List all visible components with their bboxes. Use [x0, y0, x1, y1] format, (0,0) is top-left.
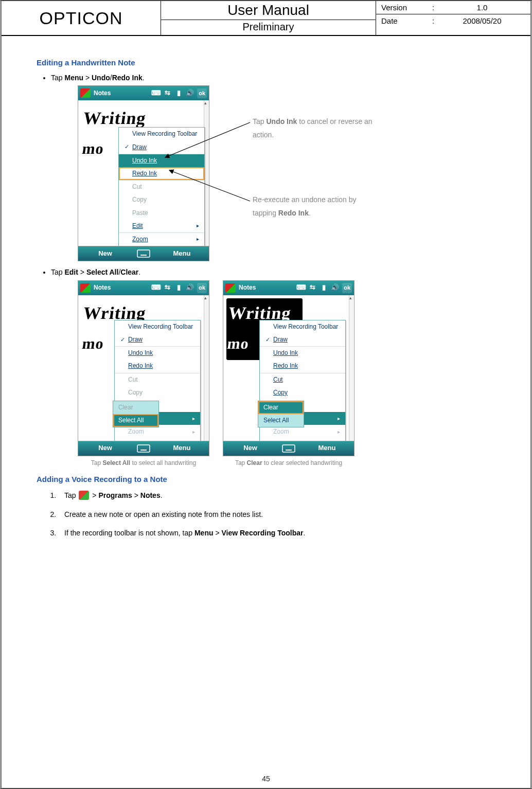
menu-item-redo-ink[interactable]: Redo Ink — [260, 360, 345, 372]
annotation-redo-ink: Re-execute an undone action by tapping R… — [253, 193, 381, 219]
windows-flag-icon — [79, 491, 89, 500]
menu-item-view-recording-toolbar[interactable]: View Recording Toolbar — [119, 128, 204, 140]
ok-button[interactable]: ok — [197, 88, 207, 99]
volume-icon[interactable]: 🔊 — [331, 284, 339, 292]
keyboard-icon[interactable] — [132, 249, 155, 258]
edit-submenu: Clear Select All — [258, 401, 304, 427]
brand: OPTICON — [2, 1, 161, 35]
meta-row-date: Date : 2008/05/20 — [376, 14, 530, 27]
menu-item-copy[interactable]: Copy — [260, 386, 345, 399]
signal-icon: ▮ — [320, 284, 328, 292]
meta-colon: : — [428, 3, 439, 12]
txt: Tap — [253, 117, 266, 125]
connectivity-icon[interactable]: ⇆ — [163, 284, 171, 292]
keyboard-icon[interactable] — [132, 444, 155, 453]
txt: > — [83, 74, 92, 82]
softkey-menu[interactable]: Menu — [155, 248, 209, 259]
txt-b: View Recording Toolbar — [221, 529, 303, 537]
menu-item-view-recording-toolbar[interactable]: View Recording Toolbar — [260, 320, 345, 333]
step-1: Tap > Programs > Notes. — [58, 489, 495, 503]
txt: > — [78, 268, 86, 276]
start-flag-icon[interactable] — [80, 283, 91, 293]
screenshot-clear-col: Notes ⌨ ⇆ ▮ 🔊 ok Writing mo — [223, 280, 354, 468]
meta-row-version: Version : 1.0 — [376, 1, 530, 14]
page-root: OPTICON User Manual Preliminary Version … — [0, 0, 532, 789]
meta-version-value: 1.0 — [439, 3, 525, 12]
sip-icon[interactable]: ⌨ — [297, 284, 305, 292]
doc-title: User Manual — [161, 1, 376, 20]
txt: . — [161, 491, 163, 499]
section-editing-title: Editing a Handwritten Note — [37, 57, 495, 69]
pm-bottombar: New Menu — [78, 246, 209, 261]
menu-item-undo-ink[interactable]: Undo Ink — [119, 154, 204, 167]
doc-meta: Version : 1.0 Date : 2008/05/20 — [376, 1, 530, 35]
volume-icon[interactable]: 🔊 — [186, 284, 194, 292]
menu-item-undo-ink[interactable]: Undo Ink — [115, 346, 200, 360]
note-canvas[interactable]: Writing mo View Recording Toolbar ✓Draw … — [223, 295, 354, 441]
menu-item-edit[interactable]: Edit▸ — [119, 220, 204, 232]
menu-item-redo-ink[interactable]: Redo Ink — [115, 360, 200, 372]
menu-item-zoom[interactable]: Zoom▸ — [119, 232, 204, 246]
txt: to clear selected handwriting — [262, 459, 342, 467]
section-voice-title: Adding a Voice Recording to a Note — [37, 473, 495, 486]
ok-button[interactable]: ok — [342, 283, 352, 293]
menu-item-tools[interactable]: Tools▸ — [119, 246, 204, 246]
txt: Tap — [51, 74, 64, 82]
submenu-item-select-all[interactable]: Select All — [113, 414, 158, 427]
sip-icon[interactable]: ⌨ — [152, 284, 160, 292]
menu-item-redo-ink[interactable]: Redo Ink — [119, 167, 204, 180]
softkey-menu[interactable]: Menu — [300, 443, 354, 454]
sip-icon[interactable]: ⌨ — [152, 89, 160, 97]
scrollbar[interactable] — [349, 295, 353, 441]
ok-button[interactable]: ok — [197, 283, 207, 293]
txt: If the recording toolbar is not shown, t… — [64, 529, 194, 537]
txt: Tap — [64, 491, 78, 499]
txt: > — [90, 491, 98, 499]
txt: > — [214, 529, 222, 537]
txt-b: Undo Ink — [266, 117, 297, 125]
doc-header: OPTICON User Manual Preliminary Version … — [2, 1, 530, 36]
note-canvas[interactable]: Writing mo View Recording Toolbar ✓Draw … — [78, 295, 209, 441]
menu-item-tools[interactable]: Tools▸ — [115, 438, 200, 441]
submenu-item-clear[interactable]: Clear — [258, 401, 304, 414]
figure-undo-redo: Notes ⌨ ⇆ ▮ 🔊 ok Writing mo View Recor — [37, 85, 495, 266]
txt-b: Undo — [92, 74, 110, 82]
menu-item-copy: Copy — [119, 193, 204, 206]
meta-colon: : — [428, 16, 439, 25]
menu-item-undo-ink[interactable]: Undo Ink — [260, 346, 345, 360]
connectivity-icon[interactable]: ⇆ — [163, 89, 171, 97]
caption-clear: Tap Clear to clear selected handwriting — [235, 458, 342, 468]
screenshot-clear: Notes ⌨ ⇆ ▮ 🔊 ok Writing mo — [223, 280, 354, 456]
start-flag-icon[interactable] — [225, 283, 236, 293]
menu-item-tools[interactable]: Tools▸ — [260, 438, 345, 441]
pm-titlebar: Notes ⌨ ⇆ ▮ 🔊 ok — [78, 281, 209, 295]
context-menu: View Recording Toolbar ✓Draw Undo Ink Re… — [114, 320, 201, 441]
menu-item-cut[interactable]: Cut — [260, 373, 345, 386]
signal-icon: ▮ — [174, 284, 183, 292]
keyboard-icon[interactable] — [277, 444, 300, 453]
start-flag-icon[interactable] — [80, 88, 91, 98]
softkey-menu[interactable]: Menu — [155, 443, 209, 454]
menu-item-draw[interactable]: ✓Draw — [260, 333, 345, 346]
svg-rect-10 — [137, 445, 150, 452]
connectivity-icon[interactable]: ⇆ — [308, 284, 316, 292]
scrollbar[interactable] — [204, 295, 208, 441]
txt-b: Programs — [98, 491, 132, 499]
volume-icon[interactable]: 🔊 — [186, 89, 194, 97]
page-number: 45 — [2, 775, 530, 783]
menu-item-draw[interactable]: ✓Draw — [119, 141, 204, 154]
txt: Tap — [91, 459, 103, 467]
title-wrap: User Manual Preliminary — [161, 1, 376, 35]
menu-item-draw[interactable]: ✓Draw — [115, 333, 200, 346]
txt-b: Notes — [140, 491, 161, 499]
softkey-new[interactable]: New — [223, 443, 277, 454]
softkey-new[interactable]: New — [78, 443, 132, 454]
note-canvas[interactable]: Writing mo View Recording Toolbar ✓Draw … — [78, 100, 209, 246]
menu-item-view-recording-toolbar[interactable]: View Recording Toolbar — [115, 320, 200, 333]
submenu-item-select-all[interactable]: Select All — [258, 414, 304, 427]
menu-item-cut: Cut — [119, 180, 204, 193]
meta-date-label: Date — [381, 16, 428, 25]
edit-submenu: Clear Select All — [113, 401, 159, 427]
softkey-new[interactable]: New — [78, 248, 132, 259]
bullet-select-clear: Tap Edit > Select All/Clear. — [51, 266, 495, 278]
